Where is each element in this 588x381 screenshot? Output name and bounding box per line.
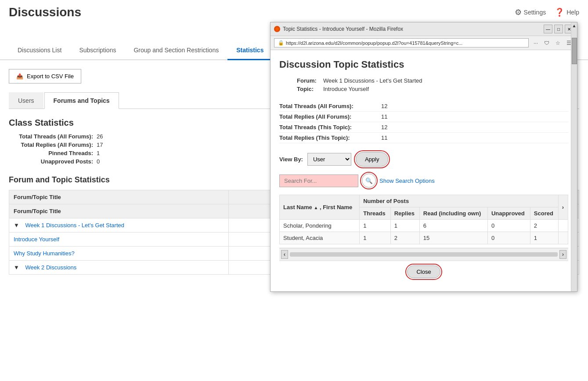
browser-title: Topic Statistics - Introduce Yourself - … bbox=[283, 26, 403, 32]
scored-0: 2 bbox=[530, 220, 558, 232]
close-button[interactable]: Close bbox=[407, 265, 440, 278]
unapproved-1: 0 bbox=[487, 232, 530, 244]
ff-menu-btn1[interactable]: ··· bbox=[531, 39, 540, 47]
search-input[interactable] bbox=[279, 174, 358, 187]
export-csv-button[interactable]: 📤 Export to CSV File bbox=[9, 69, 81, 83]
results-table: Last Name ▲ , First Name Number of Posts… bbox=[279, 195, 568, 244]
read-1: 15 bbox=[419, 232, 487, 244]
forum-meta-row: Forum: Week 1 Discussions - Let's Get St… bbox=[297, 77, 568, 84]
horizontal-scrollbar[interactable] bbox=[290, 252, 558, 257]
stat-label-2: Pinned Threads: bbox=[9, 150, 97, 156]
col-scored: Scored bbox=[530, 207, 558, 220]
scroll-right-button[interactable]: › bbox=[559, 250, 566, 259]
replies-0: 1 bbox=[390, 220, 419, 232]
col-unapproved: Unapproved bbox=[487, 207, 530, 220]
replies-1: 2 bbox=[390, 232, 419, 244]
gear-icon: ⚙ bbox=[515, 7, 522, 17]
apply-button[interactable]: Apply bbox=[356, 152, 389, 167]
stat-label-1: Total Replies (All Forums): bbox=[9, 142, 97, 148]
scored-1: 1 bbox=[530, 232, 558, 244]
stat-label-3: Unapproved Posts: bbox=[9, 158, 97, 165]
url-bar[interactable]: 🔒 https://d2l.arizona.edu/d2l/common/pop… bbox=[274, 38, 529, 47]
user-name-1: Student, Acacia bbox=[280, 232, 360, 244]
stat-line-3: Total Replies (This Topic): 11 bbox=[279, 133, 568, 143]
chevron-down-icon[interactable]: ▼ bbox=[14, 264, 19, 271]
col-replies: Replies bbox=[390, 207, 419, 220]
stat-line-2: Total Threads (This Topic): 12 bbox=[279, 122, 568, 133]
scrollbar-thumb[interactable] bbox=[572, 38, 577, 64]
topic-label: Topic: bbox=[297, 86, 323, 92]
posts-header: Number of Posts bbox=[360, 195, 559, 207]
stat-value-1: 17 bbox=[97, 142, 103, 148]
chevron-down-icon[interactable]: ▼ bbox=[14, 222, 19, 229]
forum-link-0[interactable]: Week 1 Discussions - Let's Get Started bbox=[25, 222, 125, 229]
stat-value-2: 1 bbox=[97, 150, 100, 156]
url-text: https://d2l.arizona.edu/d2l/common/popup… bbox=[286, 40, 462, 46]
tab-statistics[interactable]: Statistics bbox=[227, 41, 272, 60]
search-options-link[interactable]: Show Search Options bbox=[379, 178, 435, 184]
tab-users[interactable]: Users bbox=[9, 92, 43, 109]
search-icon: 🔍 bbox=[365, 178, 373, 184]
vertical-scrollbar[interactable]: ▲ bbox=[571, 22, 577, 291]
scroll-up-arrow[interactable]: ▲ bbox=[571, 22, 577, 29]
firefox-window: Topic Statistics - Introduce Yourself - … bbox=[270, 22, 577, 292]
firefox-logo bbox=[274, 26, 280, 32]
forum-link-2[interactable]: Why Study Humanities? bbox=[14, 250, 75, 257]
settings-link[interactable]: ⚙ Settings bbox=[515, 7, 546, 17]
help-icon: ❓ bbox=[555, 7, 564, 17]
export-icon: 📤 bbox=[16, 73, 23, 80]
app-title: Discussions bbox=[9, 5, 81, 19]
next-page-btn[interactable]: › bbox=[558, 195, 568, 220]
user-name-0: Scholar, Pondering bbox=[280, 220, 360, 232]
table-row: Scholar, Pondering 1 1 6 0 2 bbox=[280, 220, 568, 232]
forum-value: Week 1 Discussions - Let's Get Started bbox=[323, 77, 422, 84]
stat-label-0: Total Threads (All Forums): bbox=[9, 133, 97, 140]
forum-link-3[interactable]: Week 2 Discussions bbox=[25, 264, 77, 271]
forum-label: Forum: bbox=[297, 77, 323, 84]
tab-subscriptions[interactable]: Subscriptions bbox=[70, 41, 125, 60]
scroll-left-button[interactable]: ‹ bbox=[281, 250, 288, 259]
col-forum-title: Forum/Topic Title bbox=[9, 190, 229, 204]
topic-meta-row: Topic: Introduce Yourself bbox=[297, 86, 568, 92]
maximize-button[interactable]: □ bbox=[554, 25, 563, 33]
tab-group-section[interactable]: Group and Section Restrictions bbox=[125, 41, 227, 60]
col-forum-title2: Forum/Topic Title bbox=[9, 204, 229, 218]
col-threads: Threads bbox=[360, 207, 391, 220]
col-last-name: Last Name ▲ , First Name bbox=[280, 195, 360, 220]
stat-line-0: Total Threads (All Forums): 12 bbox=[279, 101, 568, 112]
tab-forums-topics[interactable]: Forums and Topics bbox=[44, 92, 119, 109]
threads-1: 1 bbox=[360, 232, 391, 244]
stat-value-3: 0 bbox=[97, 158, 100, 165]
view-by-select[interactable]: User Forum Topic bbox=[307, 153, 351, 166]
ff-shield-btn[interactable]: 🛡 bbox=[542, 39, 552, 47]
ff-star-btn[interactable]: ☆ bbox=[553, 39, 563, 47]
settings-label: Settings bbox=[524, 9, 546, 16]
forum-link-1[interactable]: Introduce Yourself bbox=[14, 236, 59, 243]
read-0: 6 bbox=[419, 220, 487, 232]
topic-value: Introduce Yourself bbox=[323, 86, 369, 92]
lock-icon: 🔒 bbox=[278, 40, 284, 46]
popup-title: Discussion Topic Statistics bbox=[279, 59, 568, 70]
tab-discussions-list[interactable]: Discussions List bbox=[9, 41, 70, 60]
sort-asc-icon[interactable]: ▲ bbox=[314, 205, 318, 210]
threads-0: 1 bbox=[360, 220, 391, 232]
search-button[interactable]: 🔍 bbox=[362, 174, 376, 188]
minimize-button[interactable]: — bbox=[544, 25, 552, 33]
help-link[interactable]: ❓ Help bbox=[555, 7, 579, 17]
table-row: Student, Acacia 1 2 15 0 1 bbox=[280, 232, 568, 244]
view-by-label: View By: bbox=[279, 156, 303, 163]
export-label: Export to CSV File bbox=[27, 73, 74, 80]
stat-value-0: 26 bbox=[97, 133, 103, 140]
col-read: Read (including own) bbox=[419, 207, 487, 220]
stat-line-1: Total Replies (All Forums): 11 bbox=[279, 112, 568, 122]
help-label: Help bbox=[566, 9, 579, 16]
unapproved-0: 0 bbox=[487, 220, 530, 232]
